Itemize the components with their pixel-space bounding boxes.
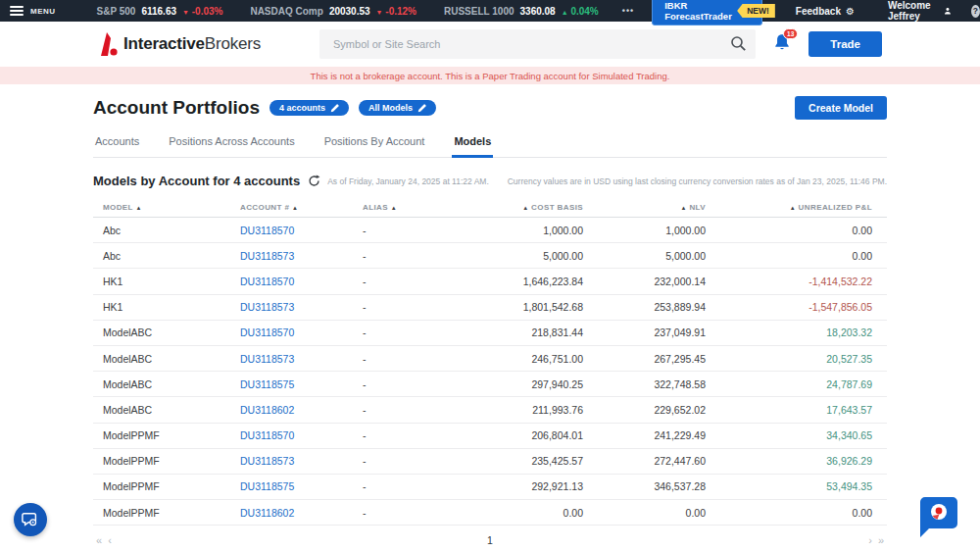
model-cell: ModelABC (103, 404, 240, 416)
hamburger-icon (10, 6, 24, 16)
new-badge: NEW! (737, 4, 775, 18)
paper-trading-notice: This is not a brokerage account. This is… (0, 67, 980, 84)
table-row: Abc DU3118573 - 5,000.00 5,000.00 0.00 (93, 243, 887, 269)
prev-page-button[interactable]: ‹ (105, 534, 115, 546)
model-cell: ModelABC (103, 353, 240, 365)
tab-accounts[interactable]: Accounts (93, 129, 141, 157)
model-cell: ModelABC (103, 378, 240, 390)
cost-basis-cell: 1,000.00 (461, 225, 583, 236)
table-header-row: MODEL ▲ ACCOUNT # ▲ ALIAS ▲ ▲ COST BASIS… (93, 198, 887, 218)
ibkr-logo[interactable]: InteractiveBrokers (98, 31, 261, 57)
cost-basis-cell: 5,000.00 (461, 250, 583, 262)
model-cell: ModelPPMF (103, 507, 240, 519)
alias-cell: - (363, 429, 461, 441)
ibkr-portal-page: MENU S&P 500 6116.63 ▼ -0.03% NASDAQ Com… (0, 0, 980, 552)
menu-button[interactable]: MENU (10, 6, 56, 16)
account-link[interactable]: DU3118573 (240, 250, 363, 262)
nlv-cell: 322,748.58 (583, 378, 706, 390)
account-link[interactable]: DU3118602 (240, 507, 363, 519)
col-header-nlv[interactable]: ▲ NLV (583, 203, 706, 212)
unrealized-pnl-cell: -1,414,532.22 (706, 276, 872, 287)
nlv-cell: 0.00 (583, 507, 706, 519)
as-of-timestamp: As of Friday, January 24, 2025 at 11:22 … (327, 176, 489, 186)
alias-cell: - (363, 301, 461, 313)
index-ticker-nasdaq[interactable]: NASDAQ Comp 20030.53 ▼ -0.12% (250, 6, 416, 17)
forecast-trader-button[interactable]: IBKR ForecastTrader NEW! (652, 0, 762, 25)
first-page-button[interactable]: « (93, 534, 105, 546)
sort-asc-icon: ▲ (292, 205, 298, 211)
tab-models[interactable]: Models (452, 129, 493, 158)
col-header-unrealized-pnl[interactable]: ▲ UNREALIZED P&L (706, 203, 872, 212)
topbar-right: IBKR ForecastTrader NEW! Feedback ⚙ Welc… (652, 0, 979, 25)
last-page-button[interactable]: » (875, 534, 887, 546)
next-page-button[interactable]: › (865, 534, 875, 546)
unrealized-pnl-cell: 17,643.57 (706, 404, 872, 416)
search-input[interactable] (319, 29, 756, 59)
unrealized-pnl-cell: 0.00 (706, 507, 872, 519)
account-link[interactable]: DU3118570 (240, 276, 363, 287)
search-bar (319, 29, 756, 59)
more-indices-button[interactable]: ••• (622, 6, 634, 16)
ticker-bar: MENU S&P 500 6116.63 ▼ -0.03% NASDAQ Com… (0, 0, 980, 22)
unrealized-pnl-cell: 36,926.29 (706, 455, 872, 467)
models-table: MODEL ▲ ACCOUNT # ▲ ALIAS ▲ ▲ COST BASIS… (93, 198, 887, 526)
notifications-button[interactable]: 13 (773, 33, 791, 56)
market-indices: S&P 500 6116.63 ▼ -0.03% NASDAQ Comp 200… (97, 6, 599, 17)
account-link[interactable]: DU3118573 (240, 455, 363, 467)
help-button[interactable]: ? (971, 5, 980, 18)
account-link[interactable]: DU3118570 (240, 326, 363, 338)
nlv-cell: 229,652.02 (583, 404, 706, 416)
refresh-button[interactable] (308, 175, 320, 187)
feedback-button[interactable]: Feedback ⚙ (796, 6, 855, 17)
col-header-model[interactable]: MODEL ▲ (103, 203, 240, 212)
account-link[interactable]: DU3118570 (240, 225, 363, 236)
edit-icon (330, 104, 339, 113)
unrealized-pnl-cell: 20,527.35 (706, 353, 872, 365)
model-cell: Abc (103, 250, 240, 262)
tab-positions-by-account[interactable]: Positions By Account (322, 129, 427, 157)
table-row: ModelABC DU3118575 - 297,940.25 322,748.… (93, 372, 887, 397)
edit-icon (417, 104, 426, 113)
account-link[interactable]: DU3118573 (240, 301, 363, 313)
page-title: Account Portfolios (93, 97, 260, 119)
col-header-cost-basis[interactable]: ▲ COST BASIS (461, 203, 583, 212)
table-row: ModelPPMF DU3118602 - 0.00 0.00 0.00 (93, 500, 887, 526)
site-header: InteractiveBrokers 13 Trade (0, 22, 980, 67)
tab-positions-across-accounts[interactable]: Positions Across Accounts (167, 129, 296, 157)
user-menu[interactable]: Welcome Jeffrey (888, 0, 952, 22)
current-page-number[interactable]: 1 (487, 534, 493, 546)
account-link[interactable]: DU3118575 (240, 378, 363, 390)
nlv-cell: 237,049.91 (583, 326, 706, 338)
col-header-account[interactable]: ACCOUNT # ▲ (240, 203, 363, 212)
portfolio-tabs: Accounts Positions Across Accounts Posit… (93, 129, 887, 158)
accounts-filter-pill[interactable]: 4 accounts (270, 100, 349, 116)
alias-cell: - (363, 404, 461, 416)
model-cell: ModelPPMF (103, 480, 240, 492)
ibot-chat-button[interactable] (917, 495, 958, 542)
col-header-alias[interactable]: ALIAS ▲ (363, 203, 461, 212)
account-link[interactable]: DU3118575 (240, 480, 363, 492)
index-ticker-sp500[interactable]: S&P 500 6116.63 ▼ -0.03% (97, 6, 223, 17)
feedback-widget-button[interactable] (14, 503, 47, 536)
down-triangle-icon: ▼ (182, 9, 189, 16)
model-cell: ModelABC (103, 326, 240, 338)
create-model-button[interactable]: Create Model (795, 96, 887, 120)
search-icon[interactable] (730, 35, 747, 52)
gear-icon: ⚙ (846, 6, 855, 17)
account-link[interactable]: DU3118570 (240, 429, 363, 441)
nlv-cell: 241,229.49 (583, 429, 706, 441)
table-row: ModelPPMF DU3118575 - 292,921.13 346,537… (93, 475, 887, 500)
trade-button[interactable]: Trade (808, 31, 882, 57)
account-link[interactable]: DU3118573 (240, 353, 363, 365)
alias-cell: - (363, 480, 461, 492)
down-triangle-icon: ▼ (376, 9, 383, 16)
models-filter-pill[interactable]: All Models (359, 100, 436, 116)
unrealized-pnl-cell: -1,547,856.05 (706, 301, 872, 313)
ibkr-logo-icon (98, 31, 118, 57)
nlv-cell: 267,295.45 (583, 353, 706, 365)
nlv-cell: 253,889.94 (583, 301, 706, 313)
alias-cell: - (363, 225, 461, 236)
account-link[interactable]: DU3118602 (240, 404, 363, 416)
index-ticker-russell[interactable]: RUSSELL 1000 3360.08 ▲ 0.04% (444, 6, 599, 17)
unrealized-pnl-cell: 0.00 (706, 250, 872, 262)
